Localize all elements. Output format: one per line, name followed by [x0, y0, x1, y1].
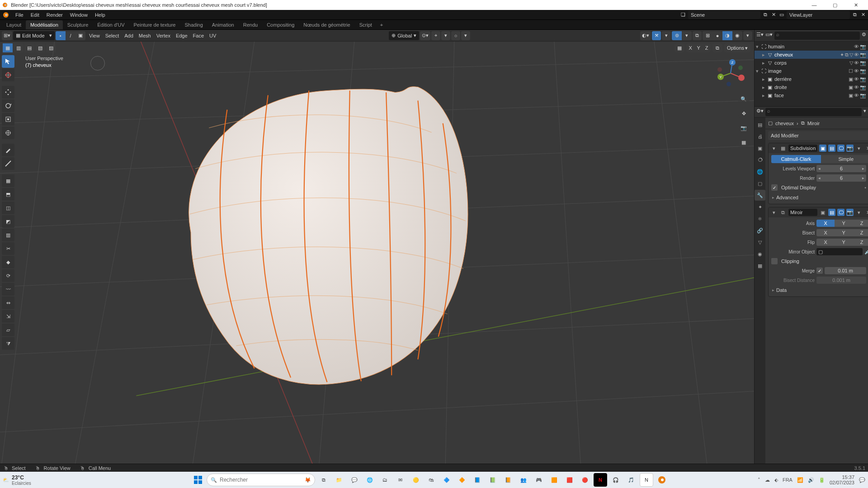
- tray-wifi-icon[interactable]: 📶: [797, 477, 803, 483]
- shading-wireframe[interactable]: ⊞: [703, 31, 712, 40]
- tool-rotate[interactable]: [2, 99, 14, 112]
- tray-lang[interactable]: FRA: [783, 477, 793, 483]
- tool-annotate[interactable]: [2, 144, 14, 156]
- tool-measure[interactable]: [2, 157, 14, 170]
- outliner-toggle-icon[interactable]: ▽: [849, 52, 853, 58]
- outliner-row[interactable]: ▸▣droite▣👁📷: [755, 83, 868, 91]
- flip-x-toggle[interactable]: X: [816, 239, 835, 246]
- mirror-oncage-toggle[interactable]: ▣: [819, 209, 826, 216]
- vp-menu-uv[interactable]: UV: [207, 33, 219, 38]
- app-misc5[interactable]: 🔴: [578, 473, 592, 487]
- proportional-toggle[interactable]: ○: [451, 31, 460, 40]
- app-netflix[interactable]: N: [594, 473, 607, 487]
- ptab-data[interactable]: ▽: [755, 237, 765, 248]
- optimal-display-checkbox[interactable]: [771, 184, 778, 191]
- options-dropdown[interactable]: Options▾: [724, 43, 750, 52]
- axis-x-button[interactable]: X: [686, 43, 694, 52]
- outliner-toggle-icon[interactable]: 👁: [854, 76, 859, 82]
- app-mail[interactable]: ✉: [394, 473, 407, 487]
- mirror-data-header[interactable]: Data: [771, 286, 868, 295]
- tool-polybuild[interactable]: ◆: [2, 256, 14, 268]
- axis-x-toggle[interactable]: X: [816, 220, 835, 227]
- mod-editmode-toggle[interactable]: ▤: [828, 145, 835, 152]
- app-files[interactable]: 🗂: [378, 473, 392, 487]
- tray-dropbox-icon[interactable]: ⬖: [774, 477, 778, 483]
- outliner-toggle-icon[interactable]: ✦: [840, 52, 844, 58]
- render-levels-field[interactable]: ◂6▸: [816, 174, 866, 182]
- mirror-delete-button[interactable]: ✕: [864, 209, 868, 216]
- axis-y-button[interactable]: Y: [694, 43, 703, 52]
- ptab-physics[interactable]: ⚛: [755, 213, 765, 224]
- tool-smooth[interactable]: 〰: [2, 283, 14, 296]
- overlay-options[interactable]: ▾: [682, 31, 692, 40]
- outliner-row[interactable]: ▸▣derrière▣👁📷: [755, 75, 868, 83]
- subdiv-simple-button[interactable]: Simple: [821, 155, 868, 163]
- workspace-add-button[interactable]: +: [377, 22, 387, 28]
- start-button[interactable]: [191, 473, 205, 487]
- mirror-realtime-toggle[interactable]: 🖵: [837, 209, 844, 216]
- tool-loopcut[interactable]: ▥: [2, 229, 14, 241]
- shading-solid[interactable]: ●: [712, 31, 722, 40]
- maximize-button[interactable]: ▢: [825, 0, 845, 10]
- tray-notifications-icon[interactable]: 💬: [859, 477, 865, 483]
- pan-button[interactable]: ✥: [738, 108, 750, 119]
- outliner-toggle-icon[interactable]: ▣: [849, 84, 853, 90]
- vp-menu-edge[interactable]: Edge: [173, 33, 190, 38]
- mesh-cheveux[interactable]: [189, 87, 468, 385]
- orientation-dropdown[interactable]: ⊕Global▾: [389, 31, 419, 40]
- outliner-toggle-icon[interactable]: ▣: [849, 76, 853, 82]
- tool-transform[interactable]: [2, 127, 14, 139]
- mirror-name-field[interactable]: Miroir: [788, 209, 817, 216]
- mod-render-toggle[interactable]: 📷: [846, 145, 854, 152]
- scene-new-button[interactable]: ⧉: [762, 12, 769, 18]
- vp-menu-select[interactable]: Select: [103, 33, 122, 38]
- workspace-tab[interactable]: Modélisation: [26, 20, 63, 29]
- proportional-options[interactable]: ▾: [461, 31, 470, 40]
- ptab-output[interactable]: 🖨: [755, 131, 765, 142]
- app-discord[interactable]: 🎮: [532, 473, 546, 487]
- app-teams[interactable]: 👥: [517, 473, 530, 487]
- camera-button[interactable]: 📷: [738, 122, 750, 134]
- tool-addcube[interactable]: ▦: [2, 174, 14, 187]
- app-blender[interactable]: [655, 473, 669, 487]
- outliner-row[interactable]: ▾⛶image☐👁📷: [755, 67, 868, 75]
- clipping-checkbox[interactable]: [771, 258, 778, 264]
- app-misc2[interactable]: 🔶: [455, 473, 469, 487]
- outliner-toggle-icon[interactable]: 👁: [854, 84, 859, 90]
- vp-menu-vertex[interactable]: Vertex: [154, 33, 173, 38]
- axis-z-button[interactable]: Z: [703, 43, 711, 52]
- menu-file[interactable]: File: [12, 10, 27, 20]
- perspective-button[interactable]: ▦: [738, 136, 750, 148]
- vp-menu-view[interactable]: View: [86, 33, 103, 38]
- outliner-row[interactable]: ▸▽cheveux✦⧉▽👁📷: [755, 51, 868, 59]
- ptab-particles[interactable]: ✦: [755, 202, 765, 212]
- app-edge[interactable]: 🌐: [363, 473, 377, 487]
- tray-onedrive-icon[interactable]: ☁: [765, 477, 770, 483]
- ptab-scene[interactable]: 🔿: [755, 155, 765, 165]
- flip-y-toggle[interactable]: Y: [835, 239, 853, 246]
- outliner-toggle-icon[interactable]: 👁: [854, 52, 859, 58]
- outliner-toggle-icon[interactable]: 👁: [854, 68, 859, 74]
- tool-select-box[interactable]: [2, 55, 14, 68]
- axis-y-toggle[interactable]: Y: [835, 220, 853, 227]
- vp-menu-add[interactable]: Add: [122, 33, 136, 38]
- app-misc3[interactable]: 🟧: [547, 473, 561, 487]
- nav-gizmo[interactable]: Y Z: [715, 58, 746, 89]
- mod-name-field[interactable]: Subdivision: [788, 145, 817, 152]
- outliner-toggle-icon[interactable]: 📷: [860, 84, 866, 90]
- mesh-display-button[interactable]: ◐▾: [640, 31, 651, 40]
- bisect-z-toggle[interactable]: Z: [853, 229, 868, 236]
- workspace-tab[interactable]: Shading: [180, 20, 207, 29]
- eyedropper-icon[interactable]: 💉: [864, 249, 868, 255]
- outliner-toggle-icon[interactable]: 👁: [854, 60, 859, 66]
- props-search-input[interactable]: [765, 108, 862, 116]
- snap-toggle[interactable]: ⌖: [431, 31, 440, 40]
- tool-cursor[interactable]: [2, 69, 14, 81]
- viewlayer-new-button[interactable]: ⧉: [852, 12, 858, 18]
- merge-checkbox[interactable]: [816, 267, 823, 274]
- mode-dropdown[interactable]: ▦ Edit Mode ▾: [13, 31, 55, 40]
- levels-viewport-field[interactable]: ◂6▸: [816, 165, 866, 172]
- tool-slide[interactable]: ⇔: [2, 296, 14, 309]
- vertex-select-button[interactable]: ▪: [56, 31, 66, 40]
- ptab-material[interactable]: ◉: [755, 249, 765, 259]
